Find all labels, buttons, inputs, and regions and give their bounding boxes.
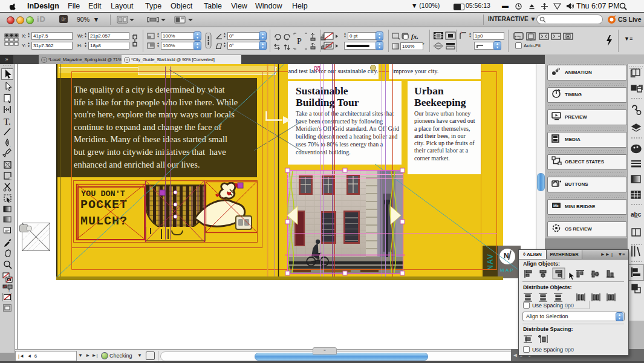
- svg-text:T.: T.: [4, 117, 11, 126]
- svg-text:Mb: Mb: [553, 204, 559, 208]
- svg-text:P: P: [297, 37, 302, 46]
- svg-text:ab̲c: ab̲c: [631, 211, 642, 218]
- svg-text:.: .: [10, 144, 11, 148]
- svg-text:T: T: [8, 289, 10, 292]
